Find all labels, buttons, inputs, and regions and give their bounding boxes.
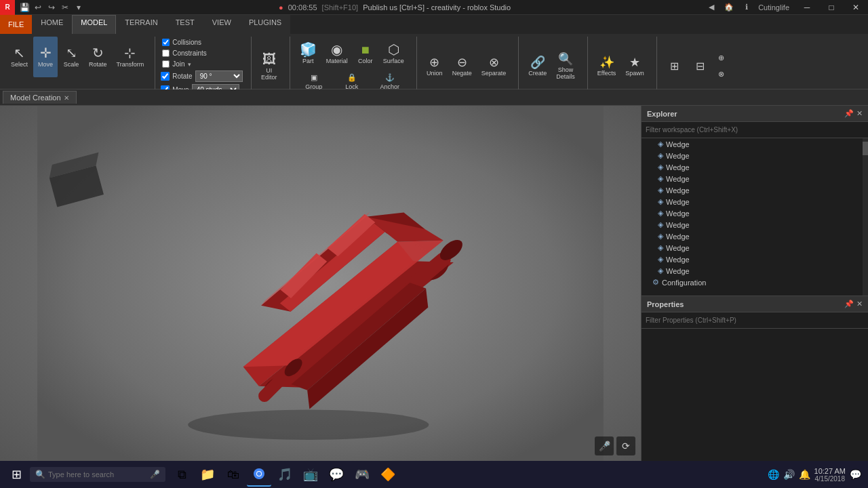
- scale-button[interactable]: ⤡ Scale: [59, 37, 83, 77]
- taskbar-task-view[interactable]: ⧉: [170, 462, 194, 487]
- properties-search[interactable]: [642, 312, 868, 329]
- rotate-snap-select[interactable]: 90 ° 45 ° 15 °: [195, 70, 243, 82]
- microphone-button[interactable]: 🎤: [595, 436, 614, 455]
- explorer-item-icon: ◈: [647, 220, 663, 229]
- microphone-taskbar-icon[interactable]: 🎤: [150, 470, 160, 479]
- explorer-item[interactable]: ◈Wedge: [642, 253, 868, 265]
- explorer-item[interactable]: ◈Wedge: [642, 242, 868, 253]
- home-icon[interactable]: 🏠: [723, 1, 735, 14]
- explorer-item[interactable]: ◈Wedge: [642, 161, 868, 173]
- part-button[interactable]: 🧊 Part: [296, 37, 321, 70]
- start-button[interactable]: ⊞: [3, 461, 30, 488]
- select-button[interactable]: ↖ Select: [7, 37, 32, 77]
- tab-view[interactable]: VIEW: [203, 15, 240, 34]
- search-input[interactable]: [48, 470, 147, 479]
- volume-tray-icon[interactable]: 🔊: [783, 469, 795, 480]
- explorer-close-icon[interactable]: ✕: [856, 109, 863, 118]
- viewport[interactable]: 🎤 ⟳: [0, 106, 641, 461]
- minimize-button[interactable]: ─: [795, 0, 819, 15]
- properties-pin-icon[interactable]: 📌: [844, 300, 854, 308]
- explorer-item[interactable]: ◈Wedge: [642, 196, 868, 207]
- taskbar-chrome-app[interactable]: [247, 462, 271, 487]
- lock-button[interactable]: 🔒 Lock: [335, 72, 369, 91]
- explorer-search-input[interactable]: [646, 126, 864, 134]
- spawn-button[interactable]: ★ Spawn: [621, 46, 648, 87]
- search-bar[interactable]: 🔍 🎤: [30, 467, 165, 482]
- join-checkbox[interactable]: [162, 60, 170, 68]
- explorer-item[interactable]: ⚙Configuration: [642, 277, 868, 288]
- quick-access-save[interactable]: 💾: [19, 2, 30, 13]
- anchor-button[interactable]: ⚓ Anchor: [373, 72, 407, 91]
- transform-button[interactable]: ⊹ Transform: [113, 37, 149, 77]
- clock[interactable]: 10:27 AM 4/15/2018: [814, 467, 846, 483]
- ui-editor-button[interactable]: 🖼 UIEditor: [257, 46, 281, 87]
- surface-button[interactable]: ⬡ Surface: [379, 37, 408, 70]
- collisions-checkbox-row[interactable]: Collisions: [161, 38, 203, 47]
- explorer-item-label: Wedge: [666, 163, 690, 171]
- group-button[interactable]: ▣ Group: [297, 72, 331, 91]
- constraints-checkbox-row[interactable]: Constraints: [161, 49, 208, 58]
- move-button[interactable]: ✛ Move: [33, 37, 58, 77]
- properties-search-input[interactable]: [646, 317, 864, 324]
- rotate-button[interactable]: ↻ Rotate: [85, 37, 111, 77]
- notification-tray-icon[interactable]: 🔔: [799, 469, 810, 480]
- advanced-btn-4[interactable]: ⊗: [714, 67, 729, 82]
- quick-access-redo[interactable]: ↪: [46, 2, 57, 13]
- taskbar-store-app[interactable]: 🛍: [221, 462, 245, 487]
- advanced-btn-1[interactable]: ⊞: [663, 46, 687, 87]
- explorer-item[interactable]: ◈Wedge: [642, 265, 868, 277]
- rotate-snap-checkbox[interactable]: [161, 72, 170, 81]
- tab-terrain[interactable]: TERRAIN: [116, 15, 166, 34]
- advanced-btn-2[interactable]: ⊟: [688, 46, 713, 87]
- quick-access-undo[interactable]: ↩: [33, 2, 43, 13]
- effects-button[interactable]: ✨ Effects: [593, 46, 620, 87]
- explorer-scrollbar-thumb[interactable]: [863, 142, 868, 155]
- info-icon[interactable]: ℹ: [741, 1, 753, 14]
- quick-access-cut[interactable]: ✂: [60, 2, 71, 13]
- separate-button[interactable]: ⊗ Separate: [477, 46, 511, 87]
- tab-model[interactable]: MODEL: [72, 15, 116, 34]
- explorer-search[interactable]: [642, 122, 868, 138]
- explorer-item[interactable]: ◈Wedge: [642, 184, 868, 196]
- quick-access-more[interactable]: ▾: [73, 2, 84, 13]
- file-tab[interactable]: FILE: [0, 15, 32, 34]
- taskbar-app-8[interactable]: 🎮: [350, 462, 374, 487]
- union-button[interactable]: ⊕ Union: [422, 46, 447, 87]
- taskbar-discord-app[interactable]: 💬: [324, 462, 349, 487]
- negate-button[interactable]: ⊖ Negate: [448, 46, 476, 87]
- explorer-pin-icon[interactable]: 📌: [844, 109, 854, 118]
- maximize-button[interactable]: □: [819, 0, 844, 15]
- show-details-button[interactable]: 🔍 ShowDetails: [552, 46, 579, 87]
- taskbar-music-app[interactable]: 🎵: [273, 462, 297, 487]
- model-creation-tab[interactable]: Model Creation ✕: [3, 91, 77, 104]
- create-constraint-button[interactable]: 🔗 Create: [524, 46, 551, 87]
- explorer-item[interactable]: ◈Wedge: [642, 138, 868, 150]
- taskbar-blender-app[interactable]: 🔶: [376, 462, 400, 487]
- color-button[interactable]: ■ Color: [353, 37, 378, 70]
- model-creation-close[interactable]: ✕: [64, 94, 69, 102]
- nav-left-icon[interactable]: ◀: [705, 1, 717, 14]
- taskbar-explorer-app[interactable]: 📁: [195, 462, 220, 487]
- explorer-scrollbar[interactable]: [863, 138, 868, 296]
- explorer-item[interactable]: ◈Wedge: [642, 207, 868, 219]
- network-tray-icon[interactable]: 🌐: [768, 469, 779, 480]
- action-center-icon[interactable]: 💬: [850, 469, 861, 480]
- tab-test[interactable]: TEST: [167, 15, 203, 34]
- properties-close-icon[interactable]: ✕: [856, 300, 863, 308]
- tab-plugins[interactable]: PLUGINS: [240, 15, 290, 34]
- collisions-checkbox[interactable]: [162, 39, 170, 46]
- tab-home[interactable]: HOME: [32, 15, 72, 34]
- explorer-item[interactable]: ◈Wedge: [642, 219, 868, 230]
- join-dropdown-icon[interactable]: ▾: [188, 61, 191, 68]
- join-checkbox-row[interactable]: Join ▾: [161, 60, 192, 68]
- explorer-item[interactable]: ◈Wedge: [642, 230, 868, 242]
- record-button[interactable]: ⟳: [616, 436, 635, 455]
- close-button[interactable]: ✕: [844, 0, 868, 15]
- explorer-item-label: Wedge: [666, 267, 690, 275]
- material-button[interactable]: ◉ Material: [322, 37, 352, 70]
- constraints-checkbox[interactable]: [162, 49, 170, 57]
- advanced-btn-3[interactable]: ⊕: [714, 51, 729, 66]
- taskbar-twitch-app[interactable]: 📺: [298, 462, 323, 487]
- explorer-item[interactable]: ◈Wedge: [642, 173, 868, 184]
- explorer-item[interactable]: ◈Wedge: [642, 150, 868, 161]
